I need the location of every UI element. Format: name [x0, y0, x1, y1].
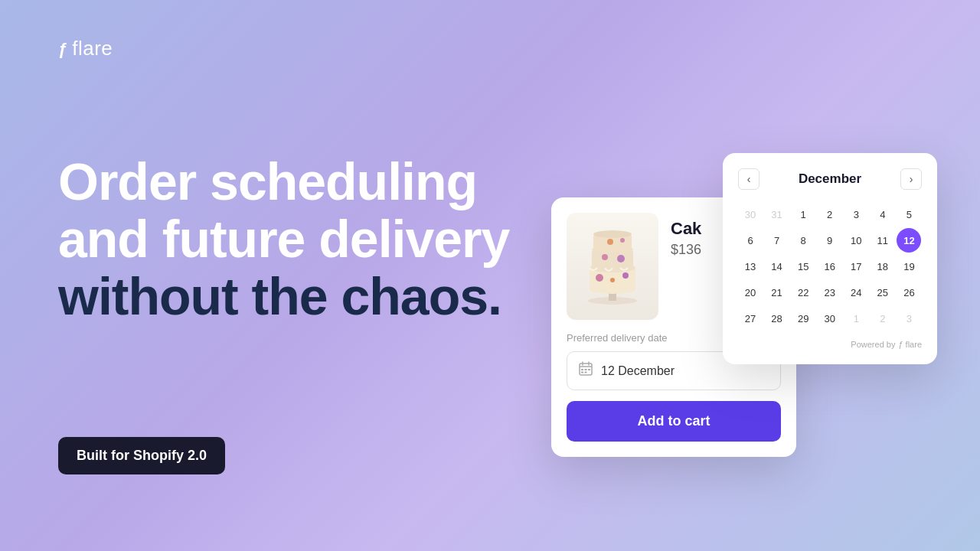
svg-point-8: [593, 230, 632, 238]
calendar-icon: [578, 361, 593, 380]
calendar-day[interactable]: 6: [738, 228, 763, 253]
svg-rect-23: [581, 372, 583, 373]
calendar-day[interactable]: 15: [791, 254, 815, 279]
calendar-day[interactable]: 14: [765, 254, 789, 279]
logo-icon: ƒ: [58, 39, 67, 59]
calendar-day[interactable]: 16: [818, 254, 842, 279]
calendar-month-label: December: [799, 171, 861, 187]
svg-point-15: [620, 238, 625, 243]
calendar-day[interactable]: 30: [818, 306, 842, 331]
selected-date-display: 12 December: [601, 364, 675, 378]
svg-point-12: [602, 254, 608, 260]
calendar-header: ‹ December ›: [738, 168, 922, 190]
svg-rect-21: [585, 369, 587, 370]
calendar-day[interactable]: 7: [765, 228, 789, 253]
calendar-day[interactable]: 10: [844, 228, 868, 253]
flare-branding: ƒ flare: [898, 340, 922, 349]
svg-point-11: [610, 278, 615, 282]
calendar-footer: Powered by ƒ flare: [738, 340, 922, 349]
calendar-day[interactable]: 18: [871, 254, 895, 279]
calendar-day[interactable]: 5: [897, 202, 921, 227]
powered-by-text: Powered by: [851, 340, 895, 349]
calendar-next-button[interactable]: ›: [900, 168, 922, 190]
calendar-day: 1: [844, 306, 868, 331]
svg-point-9: [596, 274, 603, 282]
calendar-grid: 3031123456789101112131415161718192021222…: [738, 202, 922, 331]
svg-rect-20: [581, 369, 583, 370]
hero-line3: without the chaos.: [58, 268, 509, 325]
calendar-day[interactable]: 11: [871, 228, 895, 253]
calendar-day: 2: [871, 306, 895, 331]
calendar-day[interactable]: 13: [738, 254, 763, 279]
calendar-day: 3: [897, 306, 921, 331]
hero-line2: and future delivery: [58, 210, 509, 268]
add-to-cart-button[interactable]: Add to cart: [567, 401, 781, 442]
calendar-day[interactable]: 8: [791, 228, 815, 253]
calendar-day[interactable]: 17: [844, 254, 868, 279]
calendar-popup: ‹ December › 303112345678910111213141516…: [723, 153, 937, 364]
calendar-day[interactable]: 20: [738, 280, 763, 305]
calendar-day: 30: [738, 202, 763, 227]
calendar-day[interactable]: 23: [818, 280, 842, 305]
calendar-day[interactable]: 9: [818, 228, 842, 253]
calendar-day[interactable]: 28: [765, 306, 789, 331]
calendar-day[interactable]: 22: [791, 280, 815, 305]
svg-rect-22: [588, 369, 590, 370]
svg-rect-24: [585, 372, 587, 373]
calendar-day[interactable]: 1: [791, 202, 815, 227]
calendar-day[interactable]: 12: [897, 228, 921, 253]
calendar-day[interactable]: 19: [897, 254, 921, 279]
logo-text: flare: [72, 37, 113, 60]
calendar-prev-button[interactable]: ‹: [738, 168, 760, 190]
product-image: [567, 213, 658, 320]
calendar-day[interactable]: 4: [871, 202, 895, 227]
svg-point-14: [607, 239, 613, 245]
calendar-day[interactable]: 29: [791, 306, 815, 331]
svg-point-10: [622, 272, 629, 279]
calendar-day[interactable]: 3: [844, 202, 868, 227]
shopify-badge: Built for Shopify 2.0: [58, 437, 225, 474]
calendar-day[interactable]: 26: [897, 280, 921, 305]
svg-point-13: [617, 255, 625, 262]
hero-section: Order scheduling and future delivery wit…: [58, 153, 509, 324]
hero-line1: Order scheduling: [58, 153, 509, 210]
calendar-day[interactable]: 27: [738, 306, 763, 331]
calendar-day: 31: [765, 202, 789, 227]
calendar-day[interactable]: 25: [871, 280, 895, 305]
calendar-day[interactable]: 2: [818, 202, 842, 227]
calendar-day[interactable]: 21: [765, 280, 789, 305]
calendar-day[interactable]: 24: [844, 280, 868, 305]
logo: ƒ flare: [58, 37, 113, 60]
